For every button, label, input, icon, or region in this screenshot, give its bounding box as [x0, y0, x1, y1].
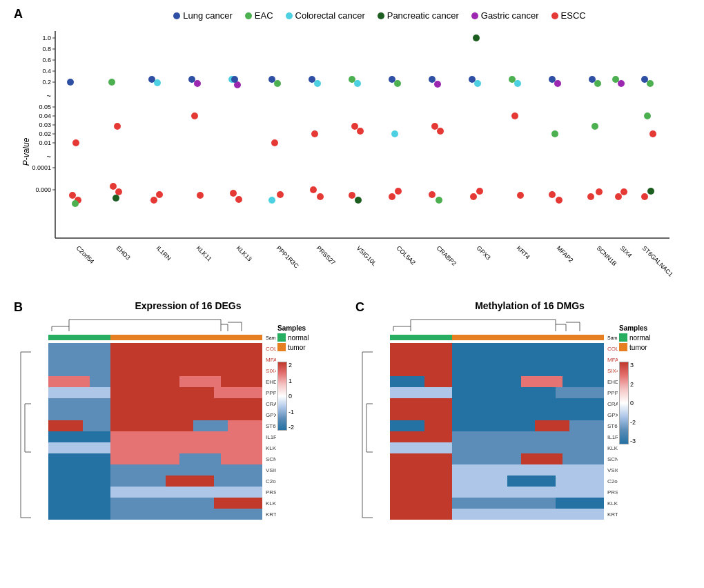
row-dendro-b	[21, 352, 31, 518]
gene-c-mfap2: MFAP2	[607, 357, 618, 363]
dot	[649, 130, 656, 137]
gene-label-gpx3: GPX3	[476, 244, 492, 261]
panel-c-title: Methylation of 16 DMGs	[369, 300, 690, 311]
dot	[647, 80, 654, 87]
heatmap-cell	[452, 431, 604, 442]
heatmap-cell	[452, 476, 507, 487]
gene-b-ppp1r3c: PPP1R3C	[266, 390, 276, 396]
heatmap-cell	[214, 387, 262, 398]
dot	[429, 191, 436, 198]
main-container: A Lung cancer EAC Colorectal cancer Panc…	[0, 0, 704, 588]
dot	[395, 188, 402, 195]
dot	[587, 193, 594, 200]
svg-rect-10	[110, 335, 262, 340]
gene-c-klk11: KLK11	[607, 445, 618, 451]
dot	[641, 193, 648, 200]
dot	[357, 128, 364, 135]
legend-item-colorectal: Colorectal cancer	[286, 10, 365, 21]
dot	[436, 197, 442, 204]
panel-c-label: C	[355, 300, 364, 315]
legend-dot-lung	[173, 12, 180, 19]
dot	[191, 112, 198, 119]
gene-label-c2orf54: C2orf54	[75, 244, 96, 265]
dot	[231, 76, 238, 83]
heatmap-c: Samples	[355, 314, 618, 562]
dot	[429, 76, 436, 83]
dot	[67, 79, 74, 86]
tumor-swatch-b	[277, 343, 286, 351]
colorbar-val-b-1: 1	[289, 378, 294, 384]
heatmap-cell	[110, 476, 166, 487]
legend-item-eac: EAC	[245, 10, 273, 21]
heatmap-cell	[424, 420, 452, 431]
dot	[69, 192, 76, 199]
col-dendro-b	[52, 320, 242, 331]
legend-item-lung: Lung cancer	[173, 10, 233, 21]
heatmap-cell	[48, 420, 83, 431]
heatmap-cell	[110, 376, 179, 387]
svg-rect-27	[452, 335, 604, 340]
legend-dot-colorectal	[286, 12, 293, 19]
dot	[596, 188, 603, 195]
heatmap-cell	[48, 354, 110, 365]
dot	[476, 188, 483, 195]
dot	[389, 76, 395, 83]
heatmap-cell	[48, 398, 110, 409]
scatter-plot: P-value 1.0 0.8 0.6 0.4 0.2 ~	[21, 24, 683, 280]
dot	[549, 76, 556, 83]
heatmap-cell	[390, 343, 452, 354]
dot	[589, 76, 596, 83]
dot	[150, 197, 157, 204]
dot	[268, 197, 275, 204]
dot	[188, 76, 195, 83]
gene-label-klk13: KLK13	[235, 244, 253, 262]
dot	[509, 76, 516, 83]
gene-b-il1rn: IL1RN	[266, 434, 276, 440]
heatmap-cell	[48, 509, 110, 520]
dot	[317, 193, 324, 200]
heatmap-cell	[48, 376, 90, 387]
dot	[591, 123, 598, 130]
legend-label-pancreatic: Pancreatic cancer	[387, 10, 459, 21]
gene-b-scnn1b: SCNN1B	[266, 456, 276, 462]
heatmap-cell	[390, 476, 452, 487]
dot	[474, 80, 481, 87]
legend-label-lung: Lung cancer	[183, 10, 233, 21]
heatmap-cell	[452, 343, 604, 354]
ytick-label: 0.05	[39, 104, 51, 110]
heatmap-cell	[563, 376, 604, 387]
panel-b-title: Expression of 16 DEGs	[28, 300, 349, 311]
colorbar-val-b-m1: -1	[289, 409, 294, 415]
gene-b-krt4: KRT4	[266, 511, 276, 518]
gene-c-col5a2: COL5A2	[607, 346, 618, 352]
dot	[235, 196, 242, 203]
heatmap-cell	[390, 442, 452, 453]
heatmap-cell	[452, 498, 556, 509]
heatmap-cell	[390, 453, 452, 464]
dot	[394, 80, 401, 87]
dot	[349, 76, 355, 83]
legend-item-gastric: Gastric cancer	[471, 10, 539, 21]
legend-dot-eac	[245, 12, 252, 19]
heatmap-cell	[452, 442, 604, 453]
heatmap-cell	[390, 431, 452, 442]
heatmap-cell	[221, 453, 262, 464]
heatmap-cell	[424, 376, 452, 387]
dot	[197, 192, 204, 199]
gene-c-ppp1r3c: PPP1R3C	[607, 390, 618, 396]
dot	[391, 130, 398, 137]
heatmap-cell	[390, 409, 452, 420]
gene-c-vsig10l: VSIG10L	[607, 467, 618, 473]
gene-b-c2orf54: C2orf54	[266, 478, 276, 484]
dot	[113, 195, 119, 202]
colorbar-val-b-m2: -2	[289, 424, 294, 431]
heatmap-cell	[110, 409, 262, 420]
bottom-panels: B Expression of 16 DEGs	[14, 300, 690, 569]
dot	[310, 186, 317, 193]
sample-colorbar-c	[390, 335, 604, 340]
dot	[434, 81, 441, 88]
heatmap-cell	[83, 420, 110, 431]
dot	[314, 80, 321, 87]
heatmap-cell	[452, 398, 604, 409]
gene-label-st6galnac1: ST6GALNAC1	[641, 244, 674, 277]
